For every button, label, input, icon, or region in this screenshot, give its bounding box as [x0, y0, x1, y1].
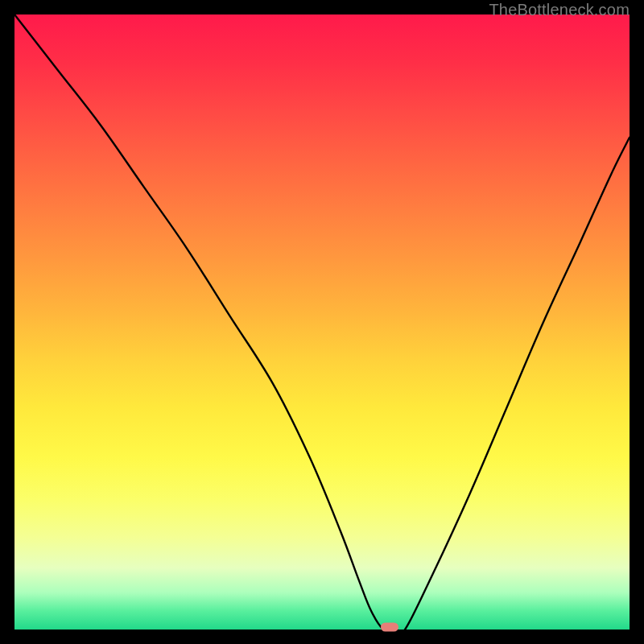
optimal-point-marker [381, 623, 398, 632]
bottleneck-curve [14, 14, 630, 630]
chart-frame: TheBottleneck.com [0, 0, 644, 644]
plot-area [14, 14, 630, 630]
watermark-label: TheBottleneck.com [489, 1, 630, 19]
